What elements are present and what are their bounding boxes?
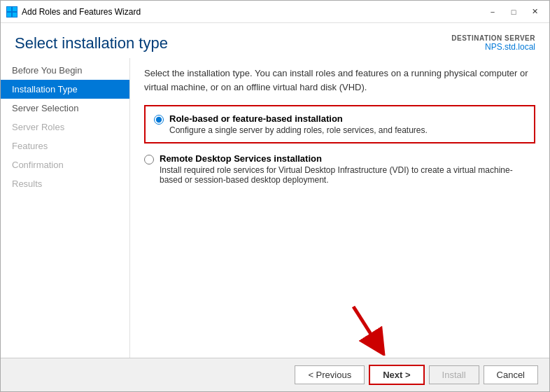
window-controls: − □ ✕ <box>484 5 544 19</box>
sidebar-item-before-you-begin[interactable]: Before You Begin <box>1 61 129 80</box>
maximize-button[interactable]: □ <box>505 5 523 19</box>
remote-desktop-text: Remote Desktop Services installation Ins… <box>160 153 535 185</box>
close-button[interactable]: ✕ <box>526 5 544 19</box>
title-bar: Add Roles and Features Wizard − □ ✕ <box>1 1 549 23</box>
page-title: Select installation type <box>15 34 168 52</box>
page-header: Select installation type DESTINATION SER… <box>1 23 549 58</box>
sidebar-item-server-roles: Server Roles <box>1 118 129 136</box>
minimize-button[interactable]: − <box>484 5 502 19</box>
server-name: NPS.std.local <box>451 42 535 52</box>
next-button[interactable]: Next > <box>369 365 424 385</box>
footer: < Previous Next > Install Cancel <box>1 358 549 391</box>
content-area: Select installation type DESTINATION SER… <box>1 23 549 358</box>
main-content: Select the installation type. You can in… <box>130 58 549 358</box>
role-based-desc: Configure a single server by adding role… <box>169 125 428 135</box>
sidebar-item-confirmation: Confirmation <box>1 155 129 174</box>
sidebar-item-installation-type[interactable]: Installation Type <box>1 80 129 99</box>
remote-desktop-option: Remote Desktop Services installation Ins… <box>144 153 535 185</box>
role-based-option-box: Role-based or feature-based installation… <box>144 105 535 144</box>
svg-rect-3 <box>13 13 17 17</box>
role-based-radio[interactable] <box>154 115 164 125</box>
destination-label: DESTINATION SERVER <box>451 34 535 42</box>
sidebar-item-results: Results <box>1 174 129 193</box>
main-area: Before You Begin Installation Type Serve… <box>1 58 549 358</box>
install-button: Install <box>429 365 479 384</box>
role-based-title: Role-based or feature-based installation <box>169 113 428 124</box>
previous-button[interactable]: < Previous <box>295 365 365 384</box>
window-title: Add Roles and Features Wizard <box>22 7 484 17</box>
sidebar-item-server-selection[interactable]: Server Selection <box>1 99 129 118</box>
svg-rect-0 <box>7 7 11 11</box>
wizard-window: Add Roles and Features Wizard − □ ✕ Sele… <box>0 0 550 392</box>
role-based-option: Role-based or feature-based installation… <box>154 113 526 135</box>
cancel-button[interactable]: Cancel <box>484 365 538 384</box>
sidebar-item-features: Features <box>1 136 129 155</box>
sidebar: Before You Begin Installation Type Serve… <box>1 58 130 358</box>
destination-server-info: DESTINATION SERVER NPS.std.local <box>451 34 535 52</box>
remote-desktop-title: Remote Desktop Services installation <box>160 153 535 164</box>
svg-rect-2 <box>7 13 11 17</box>
remote-desktop-radio[interactable] <box>144 155 154 164</box>
app-icon <box>6 6 17 18</box>
role-based-text: Role-based or feature-based installation… <box>169 113 428 135</box>
svg-rect-1 <box>13 7 17 11</box>
remote-desktop-desc: Install required role services for Virtu… <box>160 165 535 185</box>
page-description: Select the installation type. You can in… <box>144 66 535 94</box>
